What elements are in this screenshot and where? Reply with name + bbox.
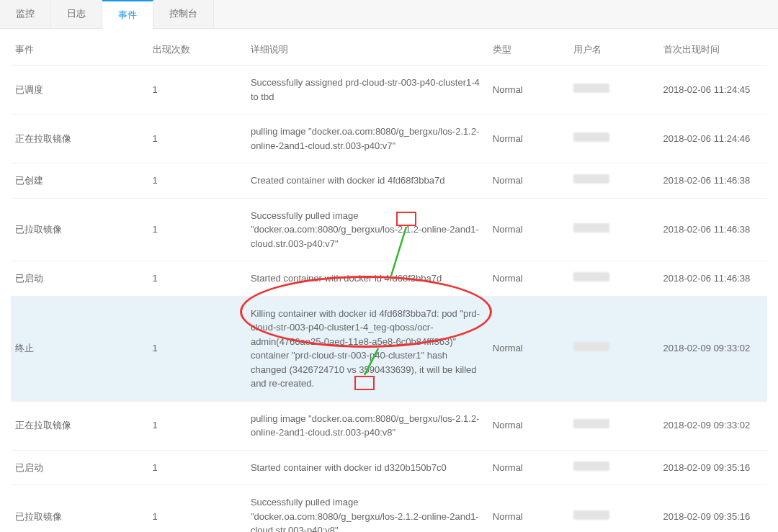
cell-time: 2018-02-09 09:35:16 [659, 485, 767, 533]
cell-detail: Started container with docker id 4fd68f3… [246, 261, 488, 297]
events-table: 事件 出现次数 详细说明 类型 用户名 首次出现时间 已调度1Successfu… [11, 29, 767, 532]
cell-count: 1 [148, 450, 246, 485]
cell-event: 已创建 [11, 163, 148, 199]
cell-count: 1 [148, 198, 246, 261]
cell-type: Normal [488, 485, 569, 533]
redacted-username [573, 510, 609, 520]
table-row[interactable]: 正在拉取镜像1pulling image "docker.oa.com:8080… [11, 401, 767, 450]
col-header-time: 首次出现时间 [659, 29, 767, 66]
table-header-row: 事件 出现次数 详细说明 类型 用户名 首次出现时间 [11, 29, 767, 66]
col-header-event: 事件 [11, 29, 148, 66]
cell-type: Normal [488, 450, 569, 485]
cell-type: Normal [488, 198, 569, 261]
cell-time: 2018-02-06 11:46:38 [659, 163, 767, 199]
cell-user [569, 296, 658, 401]
cell-user [569, 198, 658, 261]
table-row[interactable]: 已拉取镜像1Successfully pulled image "docker.… [11, 485, 767, 533]
tab-bar: 监控 日志 事件 控制台 [0, 0, 778, 29]
cell-user [569, 401, 658, 450]
cell-user [569, 450, 658, 485]
table-row[interactable]: 已启动1Started container with docker id d32… [11, 450, 767, 485]
redacted-username [573, 132, 609, 142]
cell-time: 2018-02-09 09:35:16 [659, 450, 767, 485]
cell-user [569, 66, 658, 114]
cell-count: 1 [148, 261, 246, 297]
cell-user [569, 485, 658, 533]
cell-type: Normal [488, 261, 569, 297]
cell-count: 1 [148, 401, 246, 450]
cell-count: 1 [148, 485, 246, 533]
cell-type: Normal [488, 163, 569, 199]
cell-event: 已启动 [11, 261, 148, 297]
cell-event: 已启动 [11, 450, 148, 485]
cell-count: 1 [148, 163, 246, 199]
cell-event: 终止 [11, 296, 148, 401]
cell-detail: Successfully pulled image "docker.oa.com… [246, 198, 488, 261]
cell-type: Normal [488, 114, 569, 163]
redacted-username [573, 342, 609, 351]
cell-type: Normal [488, 296, 569, 401]
cell-time: 2018-02-06 11:24:46 [659, 114, 767, 163]
cell-time: 2018-02-09 09:33:02 [659, 401, 767, 450]
events-table-wrap: 事件 出现次数 详细说明 类型 用户名 首次出现时间 已调度1Successfu… [0, 29, 778, 532]
cell-type: Normal [488, 401, 569, 450]
cell-detail: Created container with docker id 4fd68f3… [246, 163, 488, 199]
redacted-username [573, 223, 609, 233]
cell-user [569, 261, 658, 297]
table-row[interactable]: 已启动1Started container with docker id 4fd… [11, 261, 767, 297]
tab-monitor[interactable]: 监控 [0, 0, 51, 28]
cell-type: Normal [488, 66, 569, 114]
redacted-username [573, 272, 609, 281]
cell-count: 1 [148, 114, 246, 163]
cell-detail: Killing container with docker id 4fd68f3… [246, 296, 488, 401]
cell-event: 正在拉取镜像 [11, 401, 148, 450]
cell-event: 正在拉取镜像 [11, 114, 148, 163]
redacted-username [573, 174, 609, 184]
cell-event: 已拉取镜像 [11, 485, 148, 533]
table-row[interactable]: 已调度1Successfully assigned prd-cloud-str-… [11, 66, 767, 114]
cell-event: 已拉取镜像 [11, 198, 148, 261]
table-row[interactable]: 已创建1Created container with docker id 4fd… [11, 163, 767, 199]
cell-time: 2018-02-06 11:46:38 [659, 198, 767, 261]
cell-event: 已调度 [11, 66, 148, 114]
redacted-username [573, 419, 609, 428]
cell-user [569, 114, 658, 163]
cell-detail: pulling image "docker.oa.com:8080/g_berg… [246, 401, 488, 450]
cell-detail: Successfully pulled image "docker.oa.com… [246, 485, 488, 533]
col-header-user: 用户名 [569, 29, 658, 66]
page: 监控 日志 事件 控制台 事件 出现次数 详细说明 类型 用户名 首次出现时间 … [0, 0, 778, 532]
cell-detail: Started container with docker id d320b15… [246, 450, 488, 485]
col-header-detail: 详细说明 [246, 29, 488, 66]
cell-time: 2018-02-09 09:33:02 [659, 296, 767, 401]
cell-detail: Successfully assigned prd-cloud-str-003-… [246, 66, 488, 114]
redacted-username [573, 84, 609, 93]
redacted-username [573, 461, 609, 471]
cell-detail: pulling image "docker.oa.com:8080/g_berg… [246, 114, 488, 163]
cell-time: 2018-02-06 11:24:45 [659, 66, 767, 114]
table-body: 已调度1Successfully assigned prd-cloud-str-… [11, 66, 767, 533]
tab-console[interactable]: 控制台 [153, 0, 214, 28]
cell-user [569, 163, 658, 199]
col-header-count: 出现次数 [148, 29, 246, 66]
cell-time: 2018-02-06 11:46:38 [659, 261, 767, 297]
tab-events[interactable]: 事件 [102, 0, 153, 29]
table-row[interactable]: 已拉取镜像1Successfully pulled image "docker.… [11, 198, 767, 261]
tab-logs[interactable]: 日志 [51, 0, 102, 28]
cell-count: 1 [148, 296, 246, 401]
table-row[interactable]: 正在拉取镜像1pulling image "docker.oa.com:8080… [11, 114, 767, 163]
col-header-type: 类型 [488, 29, 569, 66]
table-row[interactable]: 终止1Killing container with docker id 4fd6… [11, 296, 767, 401]
cell-count: 1 [148, 66, 246, 114]
